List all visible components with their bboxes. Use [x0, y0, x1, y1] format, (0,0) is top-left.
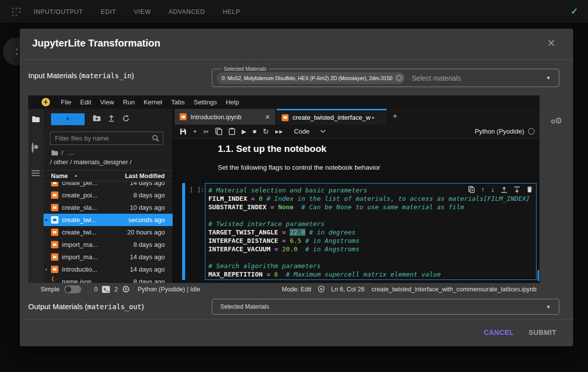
file-row[interactable]: create_per...14 days ago — [44, 182, 173, 189]
chip-remove-icon[interactable]: ✕ — [395, 74, 403, 82]
jupyterlab-menu-item[interactable]: File — [56, 98, 76, 106]
jupyterlab-menu-item[interactable]: Settings — [189, 98, 221, 106]
kernel-status-text[interactable]: Python (Pyodide) | Idle — [138, 286, 200, 293]
app-menu-item[interactable]: INPUT/OUTPUT — [34, 8, 83, 15]
screen: INPUT/OUTPUTEDITVIEWADVANCEDHELP ✓ Jupyt… — [0, 0, 588, 372]
new-folder-icon[interactable] — [93, 115, 101, 122]
file-browser-icon[interactable] — [32, 116, 40, 123]
file-name: create_twi... — [62, 216, 128, 224]
close-icon[interactable]: ✕ — [547, 37, 555, 49]
save-icon[interactable] — [180, 128, 187, 135]
restart-kernel-icon[interactable]: ↻ — [263, 127, 269, 136]
jupyterlab-menu-item[interactable]: Tabs — [167, 98, 189, 106]
chevron-down-icon[interactable] — [320, 130, 326, 133]
insert-cell-icon[interactable]: + — [193, 128, 197, 135]
new-tab-icon[interactable]: + — [389, 109, 401, 125]
jupyterlab-menu-item[interactable]: Kernel — [139, 98, 167, 106]
cut-cells-icon[interactable]: ✂ — [203, 128, 209, 136]
code-cell-editor[interactable]: # Material selection and basic parameter… — [205, 183, 537, 280]
copy-cells-icon[interactable] — [215, 128, 222, 135]
notebook-file-icon — [51, 229, 58, 236]
filter-files-input[interactable] — [55, 132, 149, 144]
cell-collapser[interactable] — [182, 183, 185, 280]
new-launcher-button[interactable]: + — [51, 113, 85, 125]
cancel-button[interactable]: CANCEL — [480, 326, 518, 339]
name-column-header[interactable]: Name — [51, 173, 68, 180]
table-of-contents-icon[interactable] — [32, 170, 40, 178]
file-name: create_per... — [62, 182, 130, 186]
scrollbar-thumb[interactable] — [538, 270, 539, 281]
app-menu-item[interactable]: VIEW — [134, 8, 150, 15]
breadcrumb-ellipsis[interactable]: … — [68, 149, 75, 156]
material-chip[interactable]: 0: MoS2, Molybdenum Disulfide, HEX (P-6m… — [217, 72, 405, 84]
terminals-count[interactable]: 0 — [94, 286, 98, 293]
output-materials-select[interactable]: Selected Materials ▼ — [212, 299, 559, 315]
close-tab-icon[interactable]: ✕ — [265, 113, 270, 121]
file-row[interactable]: create_poi...8 days ago — [44, 189, 173, 201]
jupyterlab-menu-item[interactable]: Help — [221, 98, 244, 106]
jupyterlab-menu: FileEditViewRunKernelTabsSettingsHelp — [56, 98, 244, 106]
breadcrumb-path[interactable]: / other / materials_designer / — [50, 158, 132, 166]
insert-cell-below-icon[interactable] — [514, 186, 520, 193]
output-materials-label: Output Materials (materials_out) — [28, 302, 144, 311]
run-cell-icon[interactable]: ▶ — [242, 128, 246, 135]
breadcrumb-root[interactable]: / … — [51, 149, 75, 156]
move-cell-up-icon[interactable]: ↑ — [481, 186, 485, 193]
insert-cell-above-icon[interactable] — [501, 186, 507, 193]
input-materials-select[interactable]: Selected Materials 0: MoS2, Molybdenum D… — [212, 69, 559, 87]
notebook-content: 1.1. Set up the notebook Set the followi… — [173, 139, 539, 283]
file-row[interactable]: import_ma...8 days ago — [44, 238, 173, 251]
code-line: # Search algorithm parameters — [208, 262, 536, 270]
delete-cell-icon[interactable] — [527, 186, 533, 193]
file-row[interactable]: create_twi...20 hours ago — [44, 226, 173, 238]
jupyterlab-menu-item[interactable]: View — [96, 98, 118, 106]
chevron-down-icon[interactable]: ▼ — [546, 75, 551, 81]
file-row[interactable]: import_ma...14 days ago — [44, 251, 173, 263]
tab-create-twisted-interface[interactable]: create_twisted_interface_w ● — [277, 109, 387, 125]
code-line: SUBSTRATE_INDEX = None # Can be None to … — [208, 203, 536, 211]
simple-mode-label: Simple — [41, 286, 59, 293]
running-sessions-icon[interactable] — [32, 143, 34, 152]
simple-mode-toggle[interactable] — [64, 285, 81, 293]
chevron-down-icon[interactable]: ▼ — [546, 304, 551, 310]
select-materials-placeholder: Select materials — [412, 74, 461, 82]
file-row[interactable]: { }name.json8 days ago — [44, 276, 173, 283]
modified-column-header[interactable]: Last Modified — [125, 173, 165, 180]
section-text: Set the following flags to control the n… — [218, 164, 380, 171]
file-row[interactable]: ●Introductio...14 days ago — [44, 263, 173, 276]
code-line: FILM_INDEX = 0 # Index in the list of ma… — [208, 194, 536, 203]
check-icon: ✓ — [571, 6, 578, 17]
kernels-count[interactable]: 2 — [114, 286, 118, 293]
refresh-icon[interactable] — [122, 115, 130, 122]
stop-kernel-icon[interactable]: ■ — [252, 128, 256, 135]
file-modified: 8 days ago — [133, 278, 165, 283]
jupyterlab-menu-item[interactable]: Run — [118, 98, 139, 106]
cursor-position[interactable]: Ln 6, Col 26 — [331, 286, 364, 293]
file-modified: seconds ago — [128, 216, 165, 224]
move-cell-down-icon[interactable]: ↓ — [491, 186, 494, 193]
search-icon — [152, 135, 159, 142]
file-name: create_twi... — [62, 229, 127, 236]
trust-shield-icon — [318, 285, 325, 293]
upload-icon[interactable] — [108, 115, 115, 122]
duplicate-cell-icon[interactable] — [468, 186, 475, 193]
cell-type-select[interactable]: Code — [294, 128, 309, 135]
jupyterlab-menu-item[interactable]: Edit — [76, 98, 96, 106]
file-row[interactable]: ●create_twi...seconds ago — [44, 214, 173, 226]
tab-introduction[interactable]: Introduction.ipynb ✕ — [175, 109, 276, 125]
jupyterlab-menubar: FileEditViewRunKernelTabsSettingsHelp — [28, 95, 539, 109]
app-menu-item[interactable]: HELP — [223, 8, 240, 15]
submit-button[interactable]: SUBMIT — [525, 326, 560, 339]
settings-gears-icon[interactable]: ⚙⚙ — [550, 116, 567, 126]
app-menu-item[interactable]: EDIT — [101, 8, 116, 15]
file-modified: 10 days ago — [130, 204, 165, 211]
input-materials-label: Input Materials (materials_in) — [28, 71, 134, 80]
unsaved-dot-icon: ● — [372, 115, 375, 120]
selected-materials-legend: Selected Materials — [221, 66, 269, 72]
app-menu: INPUT/OUTPUTEDITVIEWADVANCEDHELP — [34, 8, 258, 15]
file-row[interactable]: create_sla...10 days ago — [44, 201, 173, 214]
kernel-name[interactable]: Python (Pyodide) — [475, 128, 524, 135]
paste-cells-icon[interactable] — [229, 128, 235, 135]
app-menu-item[interactable]: ADVANCED — [169, 8, 205, 15]
restart-run-all-icon[interactable]: ▶▶ — [275, 129, 283, 134]
